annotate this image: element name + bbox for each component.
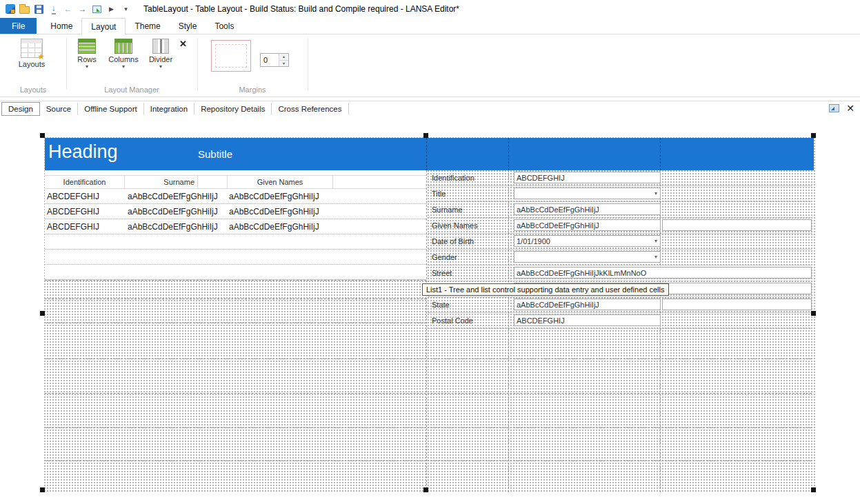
chevron-down-icon[interactable]: ▾ — [654, 254, 657, 260]
tab-cross-references[interactable]: Cross References — [272, 103, 348, 115]
document-tab-bar: Design Source Offline Support Integratio… — [0, 101, 860, 117]
tab-theme[interactable]: Theme — [126, 18, 169, 34]
margins-spinner[interactable]: 0 ▴ ▾ — [260, 53, 289, 67]
street-field[interactable]: aAbBcCdDeEfFgGhHiIjJkKlLmMnNoO — [514, 267, 812, 279]
date-of-birth-label: Date of Birth — [432, 237, 474, 245]
margins-spinner-value[interactable]: 0 — [261, 54, 279, 66]
rows-dropdown-icon[interactable]: ▾ — [86, 64, 88, 70]
list-empty-row[interactable] — [45, 234, 426, 250]
list-empty-row[interactable] — [45, 250, 426, 265]
tab-offline-support[interactable]: Offline Support — [78, 103, 144, 115]
layouts-icon — [21, 39, 43, 58]
close-document-icon[interactable]: ✕ — [846, 103, 854, 113]
state-label: State — [432, 301, 450, 309]
delete-layout-item-button[interactable]: ✕ — [179, 39, 187, 49]
tab-file[interactable]: File — [0, 18, 37, 34]
selection-handle-middle-left[interactable] — [40, 311, 45, 316]
heading-label[interactable]: Heading — [48, 141, 118, 163]
quick-access-caret-icon[interactable]: ▾ — [119, 3, 132, 15]
divider-button[interactable]: Divider ▾ — [145, 39, 177, 70]
cell-identification: ABCDEFGHIJ — [45, 192, 125, 201]
list-header-row: Identification Surname Given Names — [45, 175, 426, 189]
save-icon[interactable] — [32, 3, 46, 15]
postal-code-field[interactable]: ABCDEFGHIJ — [514, 314, 661, 326]
selection-handle-bottom-middle[interactable] — [423, 487, 428, 492]
back-icon[interactable]: ← — [61, 3, 74, 15]
identification-field[interactable]: ABCDEFGHIJ — [514, 172, 661, 183]
tab-repository-details[interactable]: Repository Details — [194, 103, 272, 115]
table-row-divider[interactable] — [45, 393, 812, 394]
title-combobox[interactable]: ▾ — [514, 188, 661, 199]
table-row-divider[interactable] — [45, 299, 426, 299]
divider-dropdown-icon[interactable]: ▾ — [159, 64, 162, 70]
empty-field[interactable] — [662, 219, 812, 231]
selection-handle-bottom-left[interactable] — [40, 487, 45, 492]
group-label-margins: Margins — [197, 85, 308, 94]
tab-style[interactable]: Style — [170, 18, 206, 34]
tab-home[interactable]: Home — [41, 18, 81, 34]
cell-given-names: aAbBcCdDeEfFgGhHiIjJ — [228, 222, 333, 232]
columns-button-label: Columns — [108, 55, 138, 63]
list-row[interactable]: ABCDEFGHIJ aAbBcCdDeEfFgGhHiIjJ aAbBcCdD… — [45, 219, 426, 234]
selection-handle-top-left[interactable] — [40, 133, 45, 138]
table-row-divider[interactable] — [45, 461, 812, 461]
columns-button[interactable]: Columns ▾ — [105, 39, 142, 70]
table-row-divider[interactable] — [45, 280, 426, 281]
subtitle-label[interactable]: Subtitle — [198, 148, 232, 160]
chevron-down-icon[interactable]: ▾ — [654, 191, 657, 196]
table-header-band[interactable]: Heading Subtitle — [45, 138, 814, 170]
spinner-down-icon[interactable]: ▾ — [279, 61, 288, 67]
table-column-divider[interactable] — [426, 170, 427, 492]
tab-layout[interactable]: Layout — [81, 18, 126, 34]
selection-handle-middle-right[interactable] — [811, 311, 816, 316]
column-header-blank[interactable] — [198, 176, 228, 188]
selection-handle-top-right[interactable] — [811, 133, 816, 138]
execute-icon[interactable]: ▶ — [105, 3, 118, 15]
list-empty-row[interactable] — [45, 265, 426, 280]
cell-identification: ABCDEFGHIJ — [45, 222, 125, 232]
layouts-button[interactable]: Layouts — [10, 39, 54, 68]
design-surface[interactable]: Heading Subtitle Identification Surname … — [43, 136, 816, 492]
title-label: Title — [432, 190, 446, 198]
check-in-icon[interactable]: ↓ — [47, 3, 60, 15]
form-row: Identification ABCDEFGHIJ — [428, 170, 812, 186]
group-label-layout-manager: Layout Manager — [66, 85, 197, 94]
ribbon: Layouts Layouts Rows ▾ Columns ▾ Divider… — [0, 34, 860, 97]
open-folder-icon[interactable] — [18, 3, 31, 15]
tab-design[interactable]: Design — [1, 102, 40, 116]
ribbon-tab-bar: File Home Layout Theme Style Tools — [0, 18, 860, 34]
rows-button-label: Rows — [77, 55, 97, 63]
open-in-window-icon[interactable] — [90, 3, 103, 15]
list-control[interactable]: Identification Surname Given Names ABCDE… — [45, 175, 426, 280]
spinner-up-icon[interactable]: ▴ — [279, 54, 288, 61]
table-row-divider[interactable] — [45, 359, 812, 359]
form-row: Surname aAbBcCdDeEfFgGhHiIjJ — [428, 202, 812, 218]
selection-handle-bottom-right[interactable] — [811, 487, 816, 492]
tab-integration[interactable]: Integration — [144, 103, 194, 115]
state-field[interactable]: aAbBcCdDeEfFgGhHiIjJ — [514, 299, 661, 310]
float-document-icon[interactable] — [829, 104, 839, 112]
date-of-birth-combobox[interactable]: 1/01/1900 ▾ — [514, 235, 661, 247]
column-header-identification[interactable]: Identification — [45, 176, 125, 188]
chevron-down-icon[interactable]: ▾ — [654, 239, 657, 244]
gender-combobox[interactable]: ▾ — [514, 251, 661, 263]
column-header-blank[interactable] — [333, 176, 426, 188]
forward-icon[interactable]: → — [76, 3, 89, 15]
column-header-surname[interactable]: Surname — [125, 176, 198, 188]
table-row-divider[interactable] — [45, 323, 426, 323]
tab-source[interactable]: Source — [40, 103, 78, 115]
selection-handle-top-middle[interactable] — [423, 133, 428, 138]
cell-given-names: aAbBcCdDeEfFgGhHiIjJ — [228, 207, 333, 216]
tab-tools[interactable]: Tools — [206, 18, 243, 34]
cell-surname: aAbBcCdDeEfFgGhHiIjJ — [125, 207, 228, 216]
given-names-field[interactable]: aAbBcCdDeEfFgGhHiIjJ — [514, 219, 661, 231]
list-row[interactable]: ABCDEFGHIJ aAbBcCdDeEfFgGhHiIjJ aAbBcCdD… — [45, 189, 426, 204]
empty-field[interactable] — [662, 299, 812, 310]
surname-field[interactable]: aAbBcCdDeEfFgGhHiIjJ — [514, 203, 661, 215]
list-row[interactable]: ABCDEFGHIJ aAbBcCdDeEfFgGhHiIjJ aAbBcCdD… — [45, 204, 426, 219]
column-header-given-names[interactable]: Given Names — [228, 176, 333, 188]
table-row-divider[interactable] — [45, 427, 812, 428]
rows-button[interactable]: Rows ▾ — [73, 39, 101, 70]
columns-dropdown-icon[interactable]: ▾ — [122, 64, 125, 70]
ribbon-separator — [66, 38, 67, 90]
